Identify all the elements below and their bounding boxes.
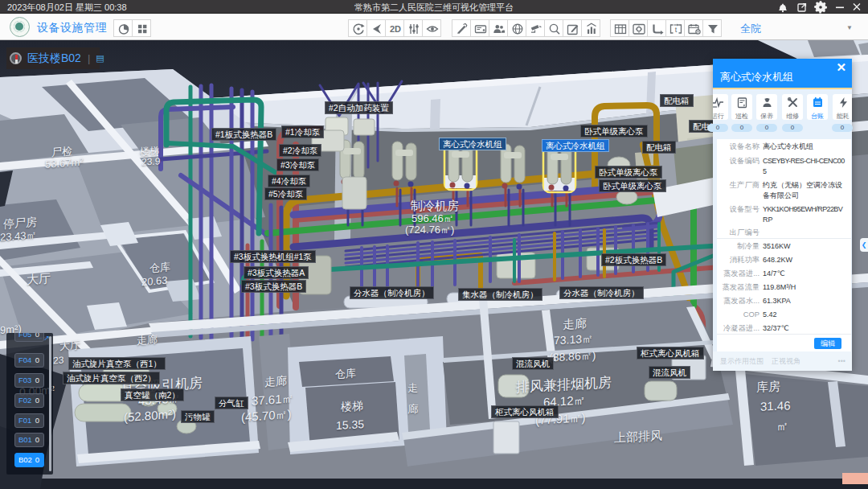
svg-text:2D: 2D <box>390 24 401 34</box>
svg-text:t: t <box>675 26 678 34</box>
